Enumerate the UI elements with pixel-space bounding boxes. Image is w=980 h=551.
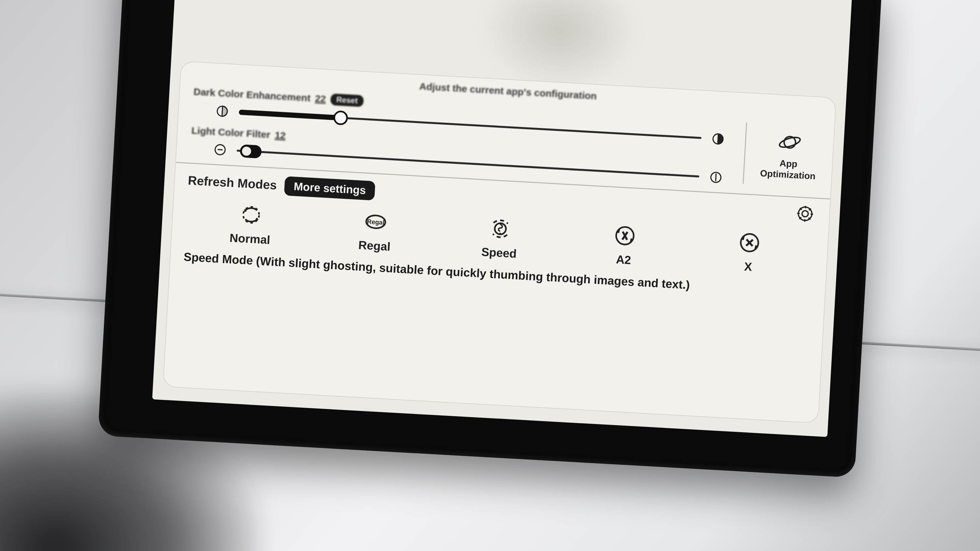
contrast-low-icon	[214, 103, 230, 119]
planet-icon	[778, 130, 802, 156]
svg-point-6	[802, 211, 808, 217]
mode-x[interactable]: X	[689, 227, 808, 277]
more-settings-button[interactable]: More settings	[284, 176, 375, 200]
light-filter-label: Light Color Filter	[191, 125, 270, 140]
dark-enhancement-reset-button[interactable]: Reset	[330, 94, 364, 107]
dark-enhancement-value: 22	[315, 93, 326, 105]
refresh-modes-section: Refresh Modes More settings	[163, 163, 830, 423]
x-mode-icon	[736, 229, 763, 256]
light-filter-value: 12	[274, 130, 286, 141]
dark-enhancement-fill	[239, 110, 341, 121]
scene: Adjust the current app's configuration D…	[0, 0, 980, 551]
app-optimization-label: App Optimization	[760, 157, 816, 182]
mode-regal-label: Regal	[358, 238, 391, 254]
app-optimization-button[interactable]: App Optimization	[743, 122, 834, 189]
mode-a2[interactable]: A2	[565, 220, 684, 270]
mode-normal[interactable]: Normal	[191, 199, 310, 249]
dark-enhancement-thumb[interactable]	[333, 110, 348, 125]
gear-icon[interactable]	[795, 203, 815, 224]
ereader-screen: Adjust the current app's configuration D…	[152, 0, 853, 437]
speed-icon	[487, 216, 514, 242]
refresh-modes-title: Refresh Modes	[188, 173, 277, 192]
regal-icon: Regal	[362, 208, 389, 235]
svg-text:Regal: Regal	[367, 218, 385, 226]
mode-x-label: X	[744, 260, 752, 274]
mode-a2-label: A2	[616, 252, 632, 267]
mode-normal-label: Normal	[229, 231, 270, 247]
mode-speed[interactable]: Speed	[440, 213, 559, 263]
svg-point-8	[243, 206, 259, 223]
svg-point-5	[778, 135, 801, 149]
normal-icon	[238, 202, 265, 228]
filter-high-icon	[708, 170, 724, 185]
filter-low-icon	[212, 142, 228, 157]
light-filter-toggle[interactable]	[239, 144, 262, 159]
dark-enhancement-label: Dark Color Enhancement	[193, 86, 311, 104]
a2-icon	[611, 222, 638, 249]
mode-regal[interactable]: Regal Regal	[315, 206, 435, 256]
mode-speed-label: Speed	[481, 245, 517, 261]
settings-panel: Adjust the current app's configuration D…	[163, 61, 837, 423]
ereader-device: Adjust the current app's configuration D…	[98, 0, 882, 478]
contrast-high-icon	[710, 131, 726, 146]
